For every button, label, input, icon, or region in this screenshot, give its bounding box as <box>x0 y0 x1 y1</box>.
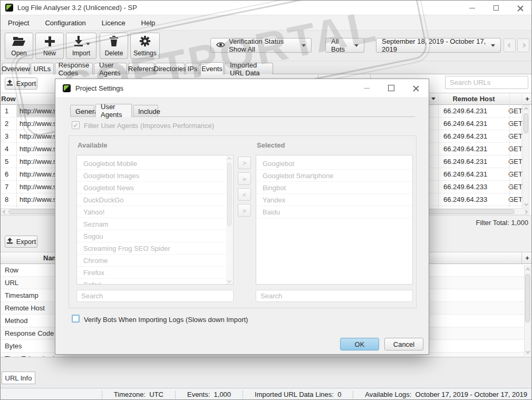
toolbar: Open New Import Delete Settings <box>1 31 531 61</box>
main-tab-bar: Overview URLs Response Codes User Agents… <box>1 61 531 74</box>
column-divider <box>16 93 17 208</box>
settings-button[interactable]: Settings <box>130 33 160 59</box>
url-info-vertical-scrollbar[interactable] <box>524 266 531 355</box>
scroll-right-icon <box>523 209 527 213</box>
list-item[interactable]: Googlebot Mobile <box>77 158 229 170</box>
add-selected-button[interactable]: > <box>238 157 251 169</box>
status-bar: Timezone: UTC Events: 1,000 Imported URL… <box>1 388 531 400</box>
menu-licence[interactable]: Licence <box>102 19 125 27</box>
status-imported-lines: Imported URL Data Lines: 0 <box>243 391 353 399</box>
available-list: Googlebot Mobile Googlebot Images Google… <box>76 155 234 285</box>
import-dropdown-caret <box>86 43 90 45</box>
tab-response-codes[interactable]: Response Codes <box>55 63 93 74</box>
verify-bots-label: Verify Bots When Importing Logs (Slows d… <box>84 316 248 324</box>
search-urls-input[interactable] <box>445 76 528 89</box>
cancel-button[interactable]: Cancel <box>384 338 423 350</box>
add-column-button[interactable]: + <box>521 93 532 104</box>
menu-configuration[interactable]: Configuration <box>45 19 85 27</box>
list-item[interactable]: DuckDuckGo <box>77 194 229 206</box>
column-header-row[interactable]: Row <box>1 93 16 104</box>
tab-urls[interactable]: URLs <box>31 63 54 74</box>
events-export-button[interactable]: Export <box>5 77 37 90</box>
window-title: Log File Analyser 3.2 (Unlicenced) - SP <box>17 4 137 12</box>
column-header-remote-host[interactable]: Remote Host <box>438 93 509 104</box>
selected-search-input[interactable] <box>256 290 413 302</box>
tab-events[interactable]: Events <box>200 62 224 74</box>
tab-user-agents[interactable]: User Agents <box>94 63 127 74</box>
date-range-dropdown[interactable]: September 18, 2019 - October 17, 2019 <box>376 38 501 53</box>
status-events: Events: 1,000 <box>175 391 243 399</box>
column-filter-icon[interactable] <box>429 93 438 104</box>
all-bots-dropdown[interactable]: All Bots <box>325 38 364 53</box>
export-icon <box>6 238 13 246</box>
menu-help[interactable]: Help <box>141 19 156 27</box>
dialog-tab-general[interactable]: General <box>70 105 94 117</box>
url-info-tab[interactable]: URL Info <box>2 372 35 384</box>
selected-list: Googlebot Googlebot Smartphone Bingbot Y… <box>256 155 413 285</box>
plus-icon <box>36 35 63 47</box>
new-button[interactable]: New <box>35 33 64 59</box>
chevron-down-icon <box>491 44 495 47</box>
open-button[interactable]: Open <box>5 33 33 59</box>
list-item[interactable]: Baidu <box>256 206 412 218</box>
list-item[interactable]: Yandex <box>256 194 412 206</box>
remove-all-button[interactable]: « <box>238 204 251 217</box>
list-item[interactable]: Googlebot News <box>77 182 229 194</box>
list-item[interactable]: Googlebot <box>256 158 412 170</box>
minimize-button[interactable] <box>464 2 480 14</box>
import-button[interactable]: Import <box>66 33 96 59</box>
tab-imported-url-data[interactable]: Imported URL Data <box>225 63 273 74</box>
list-item[interactable]: Sogou <box>77 230 229 242</box>
column-divider <box>438 93 439 208</box>
tab-ips[interactable]: IPs <box>186 63 199 74</box>
title-bar: Log File Analyser 3.2 (Unlicenced) - SP <box>1 1 531 15</box>
maximize-button[interactable] <box>488 2 504 14</box>
dialog-close-button[interactable] <box>408 82 424 94</box>
app-window: Log File Analyser 3.2 (Unlicenced) - SP … <box>0 0 532 400</box>
dialog-tab-include[interactable]: Include <box>133 105 158 117</box>
scroll-thumb[interactable] <box>525 274 530 323</box>
dialog-title: Project Settings <box>75 84 123 92</box>
chevron-down-icon <box>354 44 359 47</box>
status-available-logs: Available Logs: October 17, 2019 - Octob… <box>353 391 531 399</box>
list-item[interactable]: Chrome <box>77 255 229 267</box>
list-item[interactable]: Googlebot Smartphone <box>256 170 412 182</box>
tab-directories[interactable]: Directories <box>156 63 185 74</box>
export-icon <box>6 80 13 87</box>
add-all-button[interactable]: » <box>238 172 251 185</box>
tab-referers[interactable]: Referers <box>128 63 154 74</box>
ok-button[interactable]: OK <box>340 338 379 350</box>
available-label: Available <box>78 141 108 149</box>
list-item[interactable]: Screaming Frog SEO Spider <box>77 242 229 255</box>
eye-icon <box>216 42 225 50</box>
delete-button[interactable]: Delete <box>100 33 128 59</box>
list-item[interactable]: Yahoo! <box>77 206 229 218</box>
list-item[interactable]: Googlebot Images <box>77 170 229 182</box>
list-item[interactable]: Seznam <box>77 218 229 230</box>
filter-user-agents-checkbox[interactable]: ✓ <box>72 121 80 129</box>
available-list-scrollbar[interactable] <box>226 155 233 284</box>
menu-project[interactable]: Project <box>8 19 29 27</box>
verify-bots-checkbox[interactable] <box>72 315 80 323</box>
available-search-input[interactable] <box>76 290 234 302</box>
dialog-maximize-button[interactable] <box>383 82 399 94</box>
date-next-button[interactable] <box>517 38 529 52</box>
date-prev-button[interactable] <box>504 38 516 52</box>
tab-overview[interactable]: Overview <box>2 63 30 74</box>
dialog-minimize-button[interactable] <box>359 82 374 94</box>
list-item[interactable]: Bingbot <box>256 182 412 194</box>
scroll-up-icon <box>227 157 231 161</box>
verification-status-dropdown[interactable]: Verification Status Show All <box>210 38 312 53</box>
list-item[interactable]: Safari <box>77 279 229 285</box>
scroll-thumb[interactable] <box>227 163 231 226</box>
add-column-button[interactable]: + <box>521 252 532 264</box>
scroll-up-icon <box>524 106 528 111</box>
dialog-tab-user-agents[interactable]: User Agents <box>95 104 132 117</box>
events-vertical-scrollbar[interactable] <box>523 105 529 208</box>
url-info-export-button[interactable]: Export <box>5 236 37 248</box>
list-item[interactable]: Firefox <box>77 267 229 279</box>
scroll-thumb[interactable] <box>524 113 528 133</box>
close-button[interactable] <box>512 2 528 14</box>
remove-selected-button[interactable]: < <box>238 188 251 201</box>
scroll-down-icon <box>524 201 528 206</box>
